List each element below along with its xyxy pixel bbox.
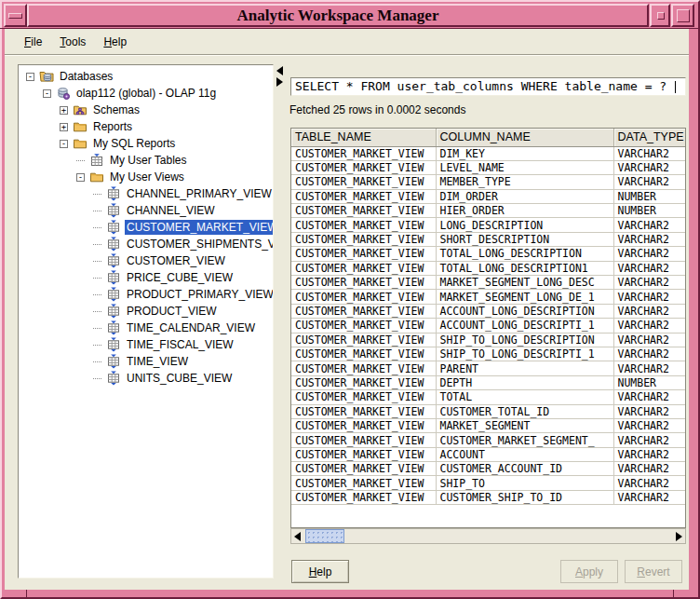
window-menu-button[interactable] <box>4 4 27 27</box>
scrollbar-thumb[interactable] <box>305 529 344 543</box>
tree-item[interactable]: My User Tables <box>19 152 273 169</box>
tree-toggle-icon[interactable] <box>93 361 101 362</box>
table-row[interactable]: CUSTOMER_MARKET_VIEW CUSTOMER_SHIP_TO_ID… <box>291 490 686 504</box>
table-row[interactable]: CUSTOMER_MARKET_VIEW CUSTOMER_TOTAL_ID V… <box>291 404 686 418</box>
tree-toggle-icon[interactable] <box>93 278 101 279</box>
table-row[interactable]: CUSTOMER_MARKET_VIEW LEVEL_NAME VARCHAR2 <box>291 160 686 174</box>
tree-toggle-icon[interactable] <box>93 294 101 295</box>
tree-item[interactable]: PRODUCT_PRIMARY_VIEW <box>19 286 273 303</box>
table-row[interactable]: CUSTOMER_MARKET_VIEW PARENT VARCHAR2 <box>291 361 686 375</box>
cell-table-name: CUSTOMER_MARKET_VIEW <box>291 447 436 461</box>
table-row[interactable]: CUSTOMER_MARKET_VIEW SHORT_DESCRIPTION V… <box>291 232 686 246</box>
table-row[interactable]: CUSTOMER_MARKET_VIEW ACCOUNT_LONG_DESCRI… <box>291 319 686 333</box>
column-header[interactable]: TABLE_NAME <box>291 129 436 146</box>
cell-column-name: TOTAL_LONG_DESCRIPTION1 <box>436 261 613 275</box>
splitter-collapse-left-icon[interactable] <box>276 66 283 75</box>
menu-item[interactable]: File <box>24 35 42 48</box>
tree-toggle-icon[interactable] <box>93 345 101 346</box>
tree-item[interactable]: PRICE_CUBE_VIEW <box>19 269 273 286</box>
cell-column-name: CUSTOMER_SHIP_TO_ID <box>436 490 613 504</box>
table-row[interactable]: CUSTOMER_MARKET_VIEW CUSTOMER_MARKET_SEG… <box>291 433 686 447</box>
tree-item-label: Schemas <box>91 102 141 117</box>
tree-item[interactable]: Schemas <box>19 102 273 118</box>
tree-toggle-icon[interactable] <box>43 89 51 98</box>
scroll-right-arrow-icon[interactable] <box>676 532 682 541</box>
table-row[interactable]: CUSTOMER_MARKET_VIEW CUSTOMER_ACCOUNT_ID… <box>291 462 686 476</box>
splitter-expand-right-icon[interactable] <box>276 77 283 87</box>
horizontal-scrollbar[interactable] <box>290 528 686 544</box>
table-row[interactable]: CUSTOMER_MARKET_VIEW ACCOUNT_LONG_DESCRI… <box>291 304 686 318</box>
tree-toggle-icon[interactable] <box>93 194 101 195</box>
tree-toggle-icon[interactable] <box>93 244 101 245</box>
tree-item[interactable]: PRODUCT_VIEW <box>19 303 273 320</box>
tree-item-label: My User Views <box>108 170 186 184</box>
cell-table-name: CUSTOMER_MARKET_VIEW <box>291 204 436 218</box>
tree-item[interactable]: My User Views <box>19 169 273 185</box>
column-header[interactable]: DATA_TYPE <box>613 129 686 146</box>
tree-item[interactable]: TIME_CALENDAR_VIEW <box>19 320 273 336</box>
table-row[interactable]: CUSTOMER_MARKET_VIEW DIM_ORDER NUMBER <box>291 189 686 203</box>
tree-toggle-icon[interactable] <box>60 123 68 131</box>
tree-item[interactable]: CHANNEL_PRIMARY_VIEW <box>19 185 273 202</box>
cell-table-name: CUSTOMER_MARKET_VIEW <box>291 247 436 261</box>
cell-data-type: NUMBER <box>613 189 686 203</box>
tree-toggle-icon[interactable] <box>60 140 68 148</box>
sql-query-input[interactable]: SELECT * FROM user_tab_columns WHERE tab… <box>290 77 686 96</box>
table-row[interactable]: CUSTOMER_MARKET_VIEW MARKET_SEGMENT VARC… <box>291 418 686 432</box>
table-row[interactable]: CUSTOMER_MARKET_VIEW DEPTH NUMBER <box>291 375 686 389</box>
table-row[interactable]: CUSTOMER_MARKET_VIEW DIM_KEY VARCHAR2 <box>291 146 686 160</box>
tree-item[interactable]: Reports <box>19 118 273 135</box>
table-row[interactable]: CUSTOMER_MARKET_VIEW MEMBER_TYPE VARCHAR… <box>291 175 686 189</box>
tree-toggle-icon[interactable] <box>93 211 101 211</box>
minimize-button[interactable] <box>650 4 670 27</box>
client-area: File Tools Help Databases olap112 (glo <box>5 28 689 590</box>
tree-item[interactable]: My SQL Reports <box>19 135 273 152</box>
table-row[interactable]: CUSTOMER_MARKET_VIEW SHIP_TO VARCHAR2 <box>291 476 686 490</box>
cell-data-type: VARCHAR2 <box>613 390 686 404</box>
title-bar[interactable]: Analytic Workspace Manager <box>27 4 649 27</box>
tree-item-label: Reports <box>91 119 134 134</box>
tree-item[interactable]: CUSTOMER_MARKET_VIEW <box>19 219 273 236</box>
help-button[interactable]: Help <box>291 560 349 583</box>
analytic-workspace-manager-window: { "window": { "title": "Analytic Workspa… <box>0 0 700 599</box>
tree-toggle-icon[interactable] <box>93 328 101 329</box>
tree-toggle-icon[interactable] <box>76 160 85 161</box>
tree-item-icon <box>106 237 121 252</box>
table-row[interactable]: CUSTOMER_MARKET_VIEW ACCOUNT VARCHAR2 <box>291 447 686 461</box>
tree-toggle-icon[interactable] <box>60 106 68 115</box>
table-row[interactable]: CUSTOMER_MARKET_VIEW SHIP_TO_LONG_DESCRI… <box>291 333 686 347</box>
tree-item[interactable]: TIME_FISCAL_VIEW <box>19 336 273 353</box>
revert-button: Revert <box>625 560 682 583</box>
tree-item[interactable]: olap112 (global) - OLAP 11g <box>19 85 273 102</box>
tree-item[interactable]: CUSTOMER_VIEW <box>19 252 273 269</box>
tree-toggle-icon[interactable] <box>93 378 101 379</box>
column-header[interactable]: COLUMN_NAME <box>436 129 613 146</box>
cell-column-name: MEMBER_TYPE <box>436 175 613 189</box>
scroll-left-arrow-icon[interactable] <box>294 532 301 541</box>
tree-toggle-icon[interactable] <box>76 173 85 182</box>
tree-toggle-icon[interactable] <box>93 261 101 262</box>
tree-toggle-icon[interactable] <box>93 311 101 312</box>
table-row[interactable]: CUSTOMER_MARKET_VIEW SHIP_TO_LONG_DESCRI… <box>291 347 686 361</box>
tree-item[interactable]: Databases <box>19 68 273 85</box>
tree-item-label: UNITS_CUBE_VIEW <box>125 371 234 386</box>
table-row[interactable]: CUSTOMER_MARKET_VIEW TOTAL_LONG_DESCRIPT… <box>291 261 686 275</box>
tree-toggle-icon[interactable] <box>26 73 34 81</box>
cell-data-type: VARCHAR2 <box>613 232 686 246</box>
tree-item[interactable]: CHANNEL_VIEW <box>19 202 273 219</box>
table-row[interactable]: CUSTOMER_MARKET_VIEW MARKET_SEGMENT_LONG… <box>291 276 686 290</box>
tree-item-icon <box>106 371 121 386</box>
table-row[interactable]: CUSTOMER_MARKET_VIEW HIER_ORDER NUMBER <box>291 204 686 218</box>
tree-item[interactable]: UNITS_CUBE_VIEW <box>19 370 273 387</box>
table-row[interactable]: CUSTOMER_MARKET_VIEW LONG_DESCRIPTION VA… <box>291 218 686 232</box>
menu-item[interactable]: Help <box>103 35 127 48</box>
table-row[interactable]: CUSTOMER_MARKET_VIEW TOTAL_LONG_DESCRIPT… <box>291 247 686 261</box>
menu-item[interactable]: Tools <box>60 35 86 48</box>
tree-item[interactable]: TIME_VIEW <box>19 353 273 370</box>
table-row[interactable]: CUSTOMER_MARKET_VIEW TOTAL VARCHAR2 <box>291 390 686 404</box>
tree-toggle-icon[interactable] <box>93 227 101 228</box>
tree-item-icon <box>106 253 121 268</box>
table-row[interactable]: CUSTOMER_MARKET_VIEW MARKET_SEGMENT_LONG… <box>291 290 686 304</box>
tree-item[interactable]: CUSTOMER_SHIPMENTS_VIEW <box>19 236 273 252</box>
maximize-button[interactable] <box>671 4 694 27</box>
